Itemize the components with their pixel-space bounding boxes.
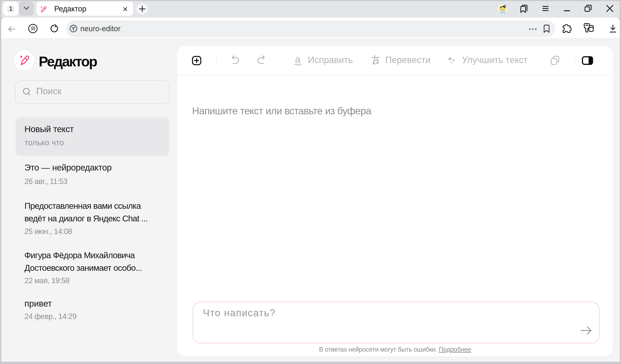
svg-text:a: a xyxy=(295,55,301,65)
svg-text:Я: Я xyxy=(31,26,35,32)
svg-text:1: 1 xyxy=(9,5,13,12)
